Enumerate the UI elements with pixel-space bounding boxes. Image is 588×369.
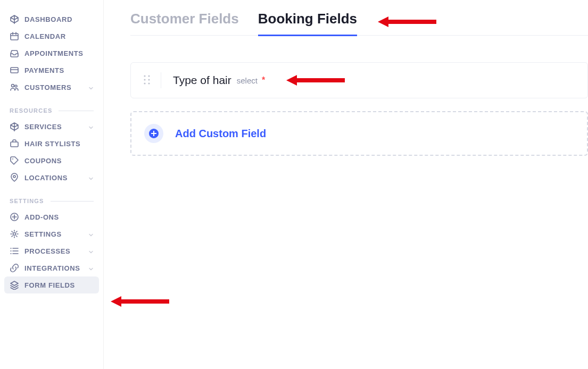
layers-icon bbox=[10, 280, 19, 290]
plus-circle-icon bbox=[144, 124, 163, 143]
cube-icon bbox=[10, 122, 19, 131]
sidebar-item-label: INTEGRATIONS bbox=[24, 264, 80, 272]
sidebar-item-label: PAYMENTS bbox=[24, 66, 64, 74]
sidebar-item-label: ADD-ONS bbox=[24, 213, 59, 221]
sidebar-item-settings[interactable]: SETTINGS bbox=[0, 225, 103, 242]
sidebar-item-label: SERVICES bbox=[24, 123, 62, 131]
sidebar-item-add-ons[interactable]: ADD-ONS bbox=[0, 208, 103, 225]
sidebar-item-integrations[interactable]: INTEGRATIONS bbox=[0, 259, 103, 276]
divider bbox=[161, 72, 161, 88]
divider bbox=[59, 111, 94, 111]
sidebar-item-processes[interactable]: PROCESSES bbox=[0, 242, 103, 259]
sidebar-item-label: HAIR STYLISTS bbox=[24, 140, 80, 148]
svg-point-10 bbox=[148, 75, 150, 77]
sidebar-item-appointments[interactable]: APPOINTMENTS bbox=[0, 45, 103, 62]
chevron-down-icon bbox=[88, 85, 94, 90]
tab-booking-fields[interactable]: Booking Fields bbox=[258, 11, 357, 36]
content: Type of hair select * Add Custom Field bbox=[130, 36, 588, 156]
sidebar-item-calendar[interactable]: CALENDAR bbox=[0, 28, 103, 45]
sidebar-item-label: CUSTOMERS bbox=[24, 83, 71, 91]
sidebar-item-customers[interactable]: CUSTOMERS bbox=[0, 79, 103, 96]
section-header-resources: RESOURCES bbox=[0, 96, 103, 118]
sidebar-item-label: DASHBOARD bbox=[24, 15, 72, 23]
svg-point-14 bbox=[148, 82, 150, 84]
sidebar-item-hair-stylists[interactable]: HAIR STYLISTS bbox=[0, 135, 103, 152]
chevron-down-icon bbox=[88, 124, 94, 129]
svg-rect-4 bbox=[11, 142, 18, 147]
chevron-down-icon bbox=[88, 175, 94, 180]
sidebar-item-form-fields[interactable]: FORM FIELDS bbox=[4, 276, 99, 293]
chevron-down-icon bbox=[88, 265, 94, 271]
svg-rect-0 bbox=[11, 33, 18, 40]
divider bbox=[51, 201, 94, 202]
svg-point-12 bbox=[148, 79, 150, 80]
section-header-label: RESOURCES bbox=[10, 107, 52, 114]
plus-circle-icon bbox=[10, 212, 19, 222]
section-header-label: SETTINGS bbox=[10, 198, 44, 204]
sidebar-item-label: FORM FIELDS bbox=[24, 281, 75, 289]
pin-icon bbox=[10, 173, 19, 182]
chevron-down-icon bbox=[88, 231, 94, 237]
sidebar-item-services[interactable]: SERVICES bbox=[0, 118, 103, 135]
sidebar-item-payments[interactable]: PAYMENTS bbox=[0, 62, 103, 79]
inbox-icon bbox=[10, 48, 19, 58]
sidebar-item-label: APPOINTMENTS bbox=[24, 49, 83, 57]
tab-customer-fields[interactable]: Customer Fields bbox=[130, 11, 239, 36]
tabs: Customer FieldsBooking Fields bbox=[130, 0, 588, 36]
cube-icon bbox=[10, 14, 19, 24]
tag-icon bbox=[10, 156, 19, 165]
link-icon bbox=[10, 263, 19, 273]
gear-icon bbox=[10, 229, 19, 239]
field-label: Type of hair bbox=[173, 74, 231, 87]
required-star-icon: * bbox=[262, 76, 265, 85]
svg-point-11 bbox=[144, 79, 145, 80]
svg-point-13 bbox=[144, 82, 145, 84]
svg-point-6 bbox=[13, 175, 15, 178]
list-icon bbox=[10, 246, 19, 256]
sidebar: DASHBOARDCALENDARAPPOINTMENTSPAYMENTSCUS… bbox=[0, 0, 104, 369]
field-card[interactable]: Type of hair select * bbox=[130, 62, 588, 98]
sidebar-item-label: PROCESSES bbox=[24, 247, 70, 255]
sidebar-item-label: LOCATIONS bbox=[24, 174, 68, 182]
svg-point-8 bbox=[13, 233, 16, 236]
case-icon bbox=[10, 139, 19, 148]
sidebar-item-coupons[interactable]: COUPONS bbox=[0, 152, 103, 169]
add-custom-field-button[interactable]: Add Custom Field bbox=[130, 111, 588, 156]
nav-main: DASHBOARDCALENDARAPPOINTMENTSPAYMENTSCUS… bbox=[0, 11, 103, 96]
svg-rect-1 bbox=[11, 68, 18, 73]
sidebar-item-label: CALENDAR bbox=[24, 32, 66, 40]
sidebar-item-label: SETTINGS bbox=[24, 230, 62, 238]
svg-rect-17 bbox=[151, 133, 156, 134]
calendar-icon bbox=[10, 31, 19, 41]
sidebar-item-dashboard[interactable]: DASHBOARD bbox=[0, 11, 103, 28]
section-header-settings: SETTINGS bbox=[0, 186, 103, 208]
users-icon bbox=[10, 82, 19, 92]
add-custom-field-label: Add Custom Field bbox=[175, 128, 266, 140]
card-icon bbox=[10, 65, 19, 75]
chevron-down-icon bbox=[88, 248, 94, 254]
nav-resources: SERVICESHAIR STYLISTSCOUPONSLOCATIONS bbox=[0, 118, 103, 186]
svg-point-2 bbox=[12, 85, 14, 87]
svg-point-5 bbox=[12, 158, 13, 160]
drag-handle-icon[interactable] bbox=[144, 75, 150, 86]
sidebar-item-locations[interactable]: LOCATIONS bbox=[0, 169, 103, 186]
main-content: Customer FieldsBooking Fields Type of ha… bbox=[104, 0, 588, 369]
field-type: select bbox=[237, 76, 258, 85]
nav-settings: ADD-ONSSETTINGSPROCESSESINTEGRATIONSFORM… bbox=[0, 208, 103, 293]
svg-point-9 bbox=[144, 75, 145, 77]
svg-point-3 bbox=[15, 85, 17, 87]
sidebar-item-label: COUPONS bbox=[24, 157, 62, 165]
